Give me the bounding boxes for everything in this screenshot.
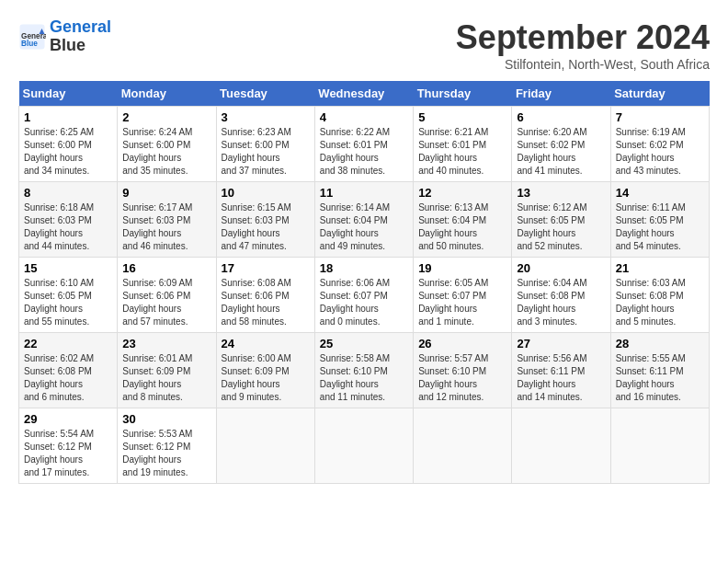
day-info: Sunrise: 6:20 AM Sunset: 6:02 PM Dayligh… [517,126,605,178]
header-saturday: Saturday [610,81,709,107]
day-info: Sunrise: 6:03 AM Sunset: 6:08 PM Dayligh… [616,277,704,328]
day-number: 13 [517,186,605,200]
calendar-cell: 8 Sunrise: 6:18 AM Sunset: 6:03 PM Dayli… [19,182,118,258]
week-row-2: 8 Sunrise: 6:18 AM Sunset: 6:03 PM Dayli… [19,182,710,258]
day-info: Sunrise: 5:56 AM Sunset: 6:11 PM Dayligh… [517,352,605,404]
week-row-4: 22 Sunrise: 6:02 AM Sunset: 6:08 PM Dayl… [19,333,710,408]
calendar-cell: 5 Sunrise: 6:21 AM Sunset: 6:01 PM Dayli… [414,107,512,182]
day-info: Sunrise: 6:12 AM Sunset: 6:05 PM Dayligh… [517,201,605,253]
day-info: Sunrise: 6:21 AM Sunset: 6:01 PM Dayligh… [418,126,506,178]
day-number: 15 [24,261,112,275]
day-number: 28 [616,337,704,350]
day-number: 7 [616,110,704,124]
header-friday: Friday [512,81,610,107]
day-number: 17 [222,261,310,275]
day-number: 24 [222,337,310,350]
svg-text:Blue: Blue [21,40,38,48]
day-number: 14 [616,186,704,200]
header-wednesday: Wednesday [314,81,413,107]
calendar-cell [414,408,512,484]
day-info: Sunrise: 5:58 AM Sunset: 6:10 PM Dayligh… [320,352,408,404]
calendar-cell: 13 Sunrise: 6:12 AM Sunset: 6:05 PM Dayl… [512,182,610,258]
day-info: Sunrise: 5:54 AM Sunset: 6:12 PM Dayligh… [24,428,112,479]
calendar-cell [512,408,610,484]
day-number: 2 [122,110,210,124]
calendar-cell: 19 Sunrise: 6:05 AM Sunset: 6:07 PM Dayl… [414,258,512,333]
day-number: 29 [24,412,112,426]
header-thursday: Thursday [414,81,512,107]
day-number: 5 [418,110,506,124]
header-tuesday: Tuesday [216,81,314,107]
calendar-table: SundayMondayTuesdayWednesdayThursdayFrid… [18,81,710,484]
day-number: 25 [320,337,408,350]
calendar-cell [314,408,413,484]
day-number: 21 [616,261,704,275]
day-number: 23 [122,337,210,350]
calendar-cell: 10 Sunrise: 6:15 AM Sunset: 6:03 PM Dayl… [216,182,314,258]
day-number: 12 [418,186,506,200]
day-number: 18 [320,261,408,275]
week-row-1: 1 Sunrise: 6:25 AM Sunset: 6:00 PM Dayli… [19,107,710,182]
calendar-cell: 30 Sunrise: 5:53 AM Sunset: 6:12 PM Dayl… [118,408,216,484]
calendar-cell: 21 Sunrise: 6:03 AM Sunset: 6:08 PM Dayl… [610,258,709,333]
calendar-header-row: SundayMondayTuesdayWednesdayThursdayFrid… [19,81,710,107]
day-info: Sunrise: 6:06 AM Sunset: 6:07 PM Dayligh… [320,277,408,328]
calendar-cell [216,408,314,484]
day-number: 20 [517,261,605,275]
day-number: 19 [418,261,506,275]
calendar-cell: 25 Sunrise: 5:58 AM Sunset: 6:10 PM Dayl… [314,333,413,408]
day-number: 22 [24,337,112,350]
day-info: Sunrise: 6:24 AM Sunset: 6:00 PM Dayligh… [122,126,210,178]
calendar-cell: 16 Sunrise: 6:09 AM Sunset: 6:06 PM Dayl… [118,258,216,333]
calendar-cell: 15 Sunrise: 6:10 AM Sunset: 6:05 PM Dayl… [19,258,118,333]
day-info: Sunrise: 6:00 AM Sunset: 6:09 PM Dayligh… [222,352,310,404]
calendar-cell: 14 Sunrise: 6:11 AM Sunset: 6:05 PM Dayl… [610,182,709,258]
header-monday: Monday [118,81,216,107]
day-info: Sunrise: 6:05 AM Sunset: 6:07 PM Dayligh… [418,277,506,328]
day-number: 3 [222,110,310,124]
day-number: 30 [122,412,210,426]
day-info: Sunrise: 6:02 AM Sunset: 6:08 PM Dayligh… [24,352,112,404]
page-header: General Blue GeneralBlue September 2024 … [18,18,710,72]
day-info: Sunrise: 6:08 AM Sunset: 6:06 PM Dayligh… [222,277,310,328]
day-number: 16 [122,261,210,275]
day-info: Sunrise: 6:11 AM Sunset: 6:05 PM Dayligh… [616,201,704,253]
day-info: Sunrise: 6:25 AM Sunset: 6:00 PM Dayligh… [24,126,112,178]
title-area: September 2024 Stilfontein, North-West, … [456,18,710,72]
calendar-cell: 24 Sunrise: 6:00 AM Sunset: 6:09 PM Dayl… [216,333,314,408]
day-info: Sunrise: 5:53 AM Sunset: 6:12 PM Dayligh… [122,428,210,479]
day-info: Sunrise: 5:55 AM Sunset: 6:11 PM Dayligh… [616,352,704,404]
calendar-cell: 12 Sunrise: 6:13 AM Sunset: 6:04 PM Dayl… [414,182,512,258]
calendar-cell: 1 Sunrise: 6:25 AM Sunset: 6:00 PM Dayli… [19,107,118,182]
day-number: 1 [24,110,112,124]
day-info: Sunrise: 6:23 AM Sunset: 6:00 PM Dayligh… [222,126,310,178]
calendar-cell: 22 Sunrise: 6:02 AM Sunset: 6:08 PM Dayl… [19,333,118,408]
day-info: Sunrise: 6:14 AM Sunset: 6:04 PM Dayligh… [320,201,408,253]
day-info: Sunrise: 6:18 AM Sunset: 6:03 PM Dayligh… [24,201,112,253]
day-info: Sunrise: 6:17 AM Sunset: 6:03 PM Dayligh… [122,201,210,253]
day-info: Sunrise: 5:57 AM Sunset: 6:10 PM Dayligh… [418,352,506,404]
calendar-cell [610,408,709,484]
calendar-cell: 20 Sunrise: 6:04 AM Sunset: 6:08 PM Dayl… [512,258,610,333]
calendar-cell: 18 Sunrise: 6:06 AM Sunset: 6:07 PM Dayl… [314,258,413,333]
calendar-cell: 7 Sunrise: 6:19 AM Sunset: 6:02 PM Dayli… [610,107,709,182]
day-info: Sunrise: 6:09 AM Sunset: 6:06 PM Dayligh… [122,277,210,328]
day-info: Sunrise: 6:13 AM Sunset: 6:04 PM Dayligh… [418,201,506,253]
month-title: September 2024 [456,18,710,57]
location-title: Stilfontein, North-West, South Africa [456,57,710,72]
calendar-cell: 27 Sunrise: 5:56 AM Sunset: 6:11 PM Dayl… [512,333,610,408]
calendar-cell: 11 Sunrise: 6:14 AM Sunset: 6:04 PM Dayl… [314,182,413,258]
logo-icon: General Blue [18,23,46,51]
day-number: 10 [222,186,310,200]
calendar-cell: 4 Sunrise: 6:22 AM Sunset: 6:01 PM Dayli… [314,107,413,182]
day-number: 11 [320,186,408,200]
day-number: 4 [320,110,408,124]
calendar-cell: 28 Sunrise: 5:55 AM Sunset: 6:11 PM Dayl… [610,333,709,408]
day-info: Sunrise: 6:01 AM Sunset: 6:09 PM Dayligh… [122,352,210,404]
calendar-cell: 23 Sunrise: 6:01 AM Sunset: 6:09 PM Dayl… [118,333,216,408]
day-info: Sunrise: 6:19 AM Sunset: 6:02 PM Dayligh… [616,126,704,178]
logo-text: GeneralBlue [50,18,111,55]
day-number: 8 [24,186,112,200]
calendar-cell: 2 Sunrise: 6:24 AM Sunset: 6:00 PM Dayli… [118,107,216,182]
calendar-cell: 26 Sunrise: 5:57 AM Sunset: 6:10 PM Dayl… [414,333,512,408]
